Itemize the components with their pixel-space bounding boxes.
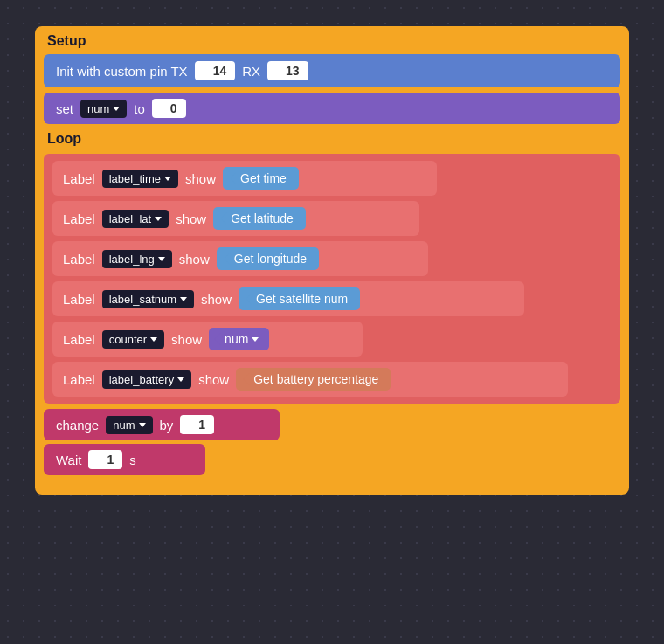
yellow-container: Setup Init with custom pin TX 14 RX 13 s… (35, 26, 629, 495)
get-satnum-block[interactable]: Get satellite num (239, 287, 360, 310)
num-notch (214, 333, 221, 345)
change-notch (189, 419, 195, 430)
show-text-3: show (179, 252, 210, 267)
show-text-2: show (176, 211, 206, 226)
num-value-block[interactable]: num (209, 328, 269, 350)
show-text-6: show (198, 372, 229, 387)
show-text-5: show (171, 332, 202, 347)
get-time-block[interactable]: Get time (223, 167, 299, 190)
label-row-time: Label label_time show Get time (52, 161, 437, 196)
wait-text: Wait (56, 453, 81, 467)
num-dropdown-arrow (113, 107, 120, 111)
wait-notch (97, 454, 103, 465)
by-text: by (160, 418, 174, 433)
wait-value-box[interactable]: 1 (88, 450, 122, 469)
set-value-box[interactable]: 0 (152, 99, 186, 118)
label-row-lng: Label label_lng show Get longitude (52, 241, 428, 276)
get-lat-block[interactable]: Get latitude (213, 207, 306, 230)
setup-label: Setup (35, 26, 629, 54)
tx-notch (204, 66, 210, 76)
label-row-lat: Label label_lat show Get latitude (52, 201, 419, 236)
get-satnum-notch (246, 293, 252, 305)
label-lat-arrow (155, 217, 162, 221)
counter-arrow (150, 337, 157, 342)
change-block: change num by 1 (44, 409, 280, 440)
get-lat-notch (220, 212, 227, 225)
to-text: to (134, 101, 145, 116)
set-block: set num to 0 (44, 93, 620, 124)
get-lng-notch (224, 253, 231, 265)
label-lat-dropdown[interactable]: label_lat (102, 210, 169, 228)
label-text-2: Label (63, 211, 95, 226)
counter-dropdown[interactable]: counter (102, 330, 164, 349)
get-battery-text: Get battery percentage (253, 372, 378, 386)
show-text-4: show (201, 292, 232, 307)
label-row-counter: Label counter show num (52, 322, 363, 357)
label-time-dropdown[interactable]: label_time (102, 170, 178, 188)
label-battery-arrow (177, 377, 184, 382)
change-value: 1 (198, 418, 205, 432)
num-dropdown[interactable]: num (80, 100, 127, 118)
inner-container: Label label_time show Get time Label lab… (44, 154, 620, 404)
label-battery-dropdown[interactable]: label_battery (102, 370, 191, 389)
label-row-battery: Label label_battery show Get battery per… (52, 362, 568, 397)
label-time-arrow (164, 177, 171, 181)
init-block: Init with custom pin TX 14 RX 13 (44, 54, 620, 87)
label-satnum-arrow (180, 297, 187, 301)
show-text-1: show (185, 171, 216, 186)
label-lng-dropdown[interactable]: label_lng (102, 250, 172, 268)
loop-label: Loop (35, 128, 629, 150)
set-value: 0 (170, 101, 177, 115)
tx-value: 14 (213, 64, 227, 78)
get-battery-block[interactable]: Get battery percentage (236, 368, 391, 391)
rx-label: RX (242, 64, 260, 79)
change-num-dropdown[interactable]: num (106, 416, 152, 434)
label-text-3: Label (63, 252, 95, 267)
get-battery-notch (243, 373, 250, 385)
set-notch (161, 103, 167, 114)
get-lng-block[interactable]: Get longitude (217, 247, 319, 270)
change-value-box[interactable]: 1 (180, 415, 214, 434)
label-text-1: Label (63, 171, 95, 186)
workspace: Setup Init with custom pin TX 14 RX 13 s… (35, 26, 629, 495)
rx-notch (276, 66, 282, 76)
wait-unit: s (129, 453, 136, 467)
num-val-arrow (252, 337, 259, 342)
tx-pin-box[interactable]: 14 (195, 61, 236, 80)
label-lng-arrow (158, 257, 165, 261)
wait-value: 1 (107, 453, 114, 467)
rx-value: 13 (286, 64, 300, 78)
rx-pin-box[interactable]: 13 (267, 61, 308, 80)
init-text: Init with custom pin TX (56, 64, 188, 79)
wait-block: Wait 1 s (44, 444, 205, 475)
label-text-4: Label (63, 292, 95, 307)
change-text: change (56, 418, 99, 433)
label-text-5: Label (63, 332, 95, 347)
get-time-notch (230, 172, 237, 184)
change-num-arrow (139, 423, 146, 427)
set-text: set (56, 101, 73, 116)
label-row-satnum: Label label_satnum show Get satellite nu… (52, 281, 524, 316)
label-text-6: Label (63, 372, 95, 387)
label-satnum-dropdown[interactable]: label_satnum (102, 290, 194, 308)
